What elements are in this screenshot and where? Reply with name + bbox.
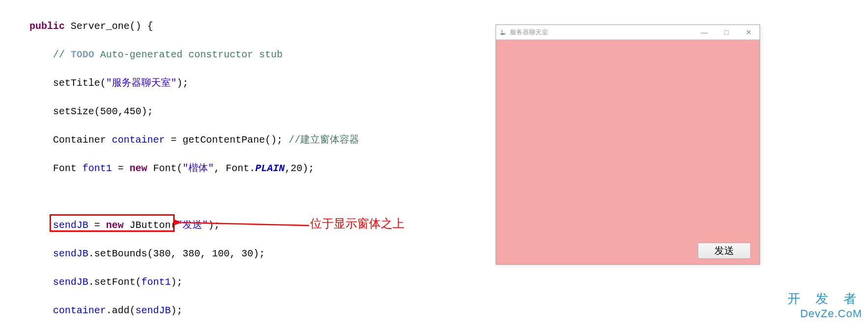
code-text: Server_one() { [65, 21, 153, 32]
watermark: 开 发 者 DevZe.CoM [788, 290, 862, 320]
code-text: .setBounds(380, 380, 100, 30); [88, 248, 265, 259]
field: sendJB [53, 220, 88, 231]
code-text: setSize(500,450); [53, 106, 153, 117]
minimize-button[interactable]: — [693, 25, 715, 39]
variable: font1 [82, 163, 112, 174]
constant: PLAIN [255, 163, 285, 174]
code-text: ,20); [285, 163, 314, 174]
variable: container [53, 305, 106, 316]
code-text: ); [171, 305, 183, 316]
java-cup-icon [499, 28, 507, 36]
code-text: ); [171, 276, 183, 288]
variable: container [112, 134, 165, 146]
code-text: .add( [106, 305, 135, 316]
string-literal: "服务器聊天室" [106, 77, 177, 89]
code-text: Font( [147, 163, 183, 174]
field: sendJB [53, 276, 88, 288]
code-text: setTitle( [53, 77, 106, 89]
string-literal: "发送" [177, 220, 208, 231]
comment-slashes: // [53, 49, 71, 60]
variable: font1 [141, 276, 171, 288]
window-title: 服务器聊天室 [510, 28, 693, 37]
keyword-public: public [29, 21, 65, 32]
code-text: ); [177, 77, 188, 89]
code-text: = [88, 220, 106, 231]
maximize-button[interactable]: □ [715, 25, 737, 39]
keyword-new: new [106, 220, 124, 231]
code-text: .setFont( [88, 276, 141, 288]
java-swing-window: 服务器聊天室 — □ ✕ 发送 [496, 25, 760, 265]
watermark-text-bottom: DevZe.CoM [788, 307, 862, 320]
keyword-new: new [130, 163, 147, 174]
todo-tag: TODO [71, 49, 94, 60]
code-text: Font [53, 163, 82, 174]
field: sendJB [135, 305, 171, 316]
code-text: , Font. [214, 163, 255, 174]
comment-text: //建立窗体容器 [289, 134, 359, 146]
field: sendJB [53, 248, 88, 259]
comment-text: Auto-generated constructor stub [94, 49, 283, 60]
code-text: = getContentPane(); [165, 134, 289, 146]
window-content-pane: 发送 [496, 40, 760, 264]
string-literal: "楷体" [183, 163, 214, 174]
send-button[interactable]: 发送 [698, 243, 751, 259]
code-text: Container [53, 134, 112, 146]
close-button[interactable]: ✕ [737, 25, 760, 39]
window-titlebar[interactable]: 服务器聊天室 — □ ✕ [496, 25, 760, 40]
annotation-label: 位于显示窗体之上 [310, 216, 404, 231]
watermark-text-top: 开 发 者 [788, 290, 862, 307]
code-text: = [112, 163, 130, 174]
code-text: JButton( [124, 220, 177, 231]
code-text: ); [208, 220, 220, 231]
